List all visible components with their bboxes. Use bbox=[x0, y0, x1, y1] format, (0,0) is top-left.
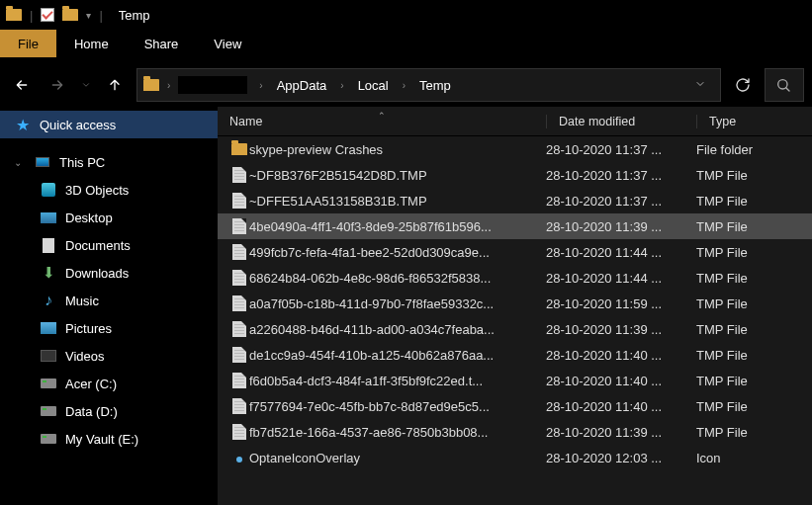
breadcrumb-chevron[interactable]: › bbox=[397, 69, 411, 101]
file-date: 28-10-2020 11:37 ... bbox=[546, 168, 696, 183]
nav-quick-access[interactable]: ★ Quick access bbox=[0, 111, 218, 138]
pc-icon bbox=[34, 157, 51, 167]
file-icon bbox=[232, 424, 246, 440]
sort-indicator-icon: ⌃ bbox=[378, 111, 386, 121]
file-icon bbox=[232, 398, 246, 414]
nav-item[interactable]: Data (D:) bbox=[0, 397, 218, 425]
nav-forward[interactable] bbox=[44, 71, 71, 99]
file-row[interactable]: de1cc9a9-454f-410b-a125-40b62a876aa...28… bbox=[218, 342, 812, 368]
address-dropdown[interactable] bbox=[694, 78, 714, 93]
nav-item-icon: ⬇ bbox=[40, 264, 57, 282]
nav-back[interactable] bbox=[8, 71, 36, 99]
file-row[interactable]: 68624b84-062b-4e8c-98d6-f86532f5838...28… bbox=[218, 265, 812, 291]
qat-overflow[interactable]: ▾ bbox=[86, 10, 91, 21]
nav-item[interactable]: 3D Objects bbox=[0, 176, 218, 204]
file-name: fb7d521e-166a-4537-ae86-7850b3bb08... bbox=[249, 425, 546, 440]
nav-item-icon bbox=[40, 212, 57, 223]
nav-item-icon bbox=[40, 183, 57, 197]
nav-item[interactable]: Videos bbox=[0, 342, 218, 370]
file-date: 28-10-2020 11:44 ... bbox=[546, 271, 696, 286]
file-type: TMP File bbox=[696, 194, 812, 209]
nav-item-label: My Vault (E:) bbox=[65, 432, 138, 447]
folder-icon bbox=[62, 9, 78, 21]
refresh-button[interactable] bbox=[729, 71, 757, 99]
column-type[interactable]: Type bbox=[696, 115, 812, 128]
nav-item-label: Pictures bbox=[65, 321, 112, 336]
search-box[interactable] bbox=[765, 68, 804, 102]
file-row[interactable]: f7577694-7e0c-45fb-bb7c-8d87ed9e5c5...28… bbox=[218, 393, 812, 419]
file-name: de1cc9a9-454f-410b-a125-40b62a876aa... bbox=[249, 348, 546, 363]
tab-view[interactable]: View bbox=[196, 30, 259, 57]
file-icon bbox=[232, 295, 246, 311]
tab-share[interactable]: Share bbox=[127, 30, 197, 57]
nav-item-icon bbox=[40, 434, 57, 444]
file-row[interactable]: OptaneIconOverlay28-10-2020 12:03 ...Ico… bbox=[218, 445, 812, 470]
file-row[interactable]: 4be0490a-4ff1-40f3-8de9-25b87f61b596...2… bbox=[218, 213, 812, 239]
file-name: OptaneIconOverlay bbox=[249, 451, 546, 465]
titlebar: | ▾ | Temp bbox=[0, 0, 812, 30]
file-name: 68624b84-062b-4e8c-98d6-f86532f5838... bbox=[249, 271, 546, 286]
column-headers: ⌃ Name Date modified Type bbox=[218, 107, 812, 136]
breadcrumb-local[interactable]: Local bbox=[352, 69, 395, 101]
nav-item[interactable]: Desktop bbox=[0, 204, 218, 231]
file-row[interactable]: a2260488-b46d-411b-ad00-a034c7feaba...28… bbox=[218, 316, 812, 342]
file-name: a0a7f05b-c18b-411d-97b0-7f8fae59332c... bbox=[249, 296, 546, 311]
file-icon bbox=[232, 167, 246, 183]
file-row[interactable]: 499fcb7c-fefa-4fa1-bee2-52d0d309ca9e...2… bbox=[218, 239, 812, 265]
file-type: TMP File bbox=[696, 219, 812, 234]
file-date: 28-10-2020 11:40 ... bbox=[546, 348, 696, 363]
nav-item[interactable]: ♪Music bbox=[0, 287, 218, 314]
file-row[interactable]: f6d0b5a4-dcf3-484f-a1ff-3f5bf9fc22ed.t..… bbox=[218, 368, 812, 393]
file-date: 28-10-2020 11:37 ... bbox=[546, 142, 696, 157]
nav-item-icon bbox=[40, 238, 57, 253]
folder-icon bbox=[6, 9, 22, 21]
file-name: skype-preview Crashes bbox=[249, 142, 546, 157]
check-icon bbox=[41, 8, 54, 22]
nav-up[interactable] bbox=[101, 71, 129, 99]
file-name: ~DF8B376F2B51542D8D.TMP bbox=[249, 168, 546, 183]
nav-recent-dropdown[interactable] bbox=[79, 71, 93, 99]
nav-item[interactable]: Pictures bbox=[0, 314, 218, 342]
nav-this-pc[interactable]: ⌄ This PC bbox=[0, 148, 218, 176]
divider: | bbox=[99, 8, 102, 23]
icon-glyph bbox=[236, 457, 242, 463]
breadcrumb-temp[interactable]: Temp bbox=[413, 69, 457, 101]
breadcrumb-chevron[interactable]: › bbox=[253, 69, 268, 101]
nav-item[interactable]: ⬇Downloads bbox=[0, 259, 218, 287]
tab-home[interactable]: Home bbox=[56, 30, 127, 57]
nav-item[interactable]: Documents bbox=[0, 231, 218, 259]
breadcrumb-appdata[interactable]: AppData bbox=[271, 69, 333, 101]
breadcrumb-chevron[interactable]: › bbox=[334, 69, 349, 101]
file-row[interactable]: a0a7f05b-c18b-411d-97b0-7f8fae59332c...2… bbox=[218, 291, 812, 316]
breadcrumb-user-redacted[interactable] bbox=[178, 76, 247, 94]
file-date: 28-10-2020 11:39 ... bbox=[546, 322, 696, 337]
nav-item[interactable]: My Vault (E:) bbox=[0, 425, 218, 453]
file-name: 4be0490a-4ff1-40f3-8de9-25b87f61b596... bbox=[249, 219, 546, 234]
nav-label: Quick access bbox=[40, 118, 116, 132]
tab-file[interactable]: File bbox=[0, 30, 56, 57]
file-name: f7577694-7e0c-45fb-bb7c-8d87ed9e5c5... bbox=[249, 399, 546, 414]
file-date: 28-10-2020 11:40 ... bbox=[546, 374, 696, 388]
address-bar[interactable]: › › AppData › Local › Temp bbox=[136, 68, 721, 102]
file-type: TMP File bbox=[696, 374, 812, 388]
nav-item-icon bbox=[40, 379, 57, 388]
ribbon-tabs: File Home Share View bbox=[0, 30, 812, 57]
nav-item-icon bbox=[40, 350, 57, 362]
file-type: TMP File bbox=[696, 425, 812, 440]
nav-item[interactable]: Acer (C:) bbox=[0, 370, 218, 397]
file-row[interactable]: ~DFFE51AA513158B31B.TMP28-10-2020 11:37 … bbox=[218, 188, 812, 213]
folder-icon bbox=[143, 79, 159, 91]
chevron-down-icon: ⌄ bbox=[14, 157, 26, 168]
nav-item-label: Data (D:) bbox=[65, 404, 118, 419]
file-type: File folder bbox=[696, 142, 812, 157]
file-name: ~DFFE51AA513158B31B.TMP bbox=[249, 194, 546, 209]
file-type: TMP File bbox=[696, 296, 812, 311]
column-name[interactable]: ⌃ Name bbox=[218, 115, 546, 128]
star-icon: ★ bbox=[14, 116, 32, 134]
file-row[interactable]: skype-preview Crashes28-10-2020 11:37 ..… bbox=[218, 136, 812, 162]
file-icon bbox=[232, 270, 246, 286]
column-date[interactable]: Date modified bbox=[546, 115, 696, 128]
breadcrumb-root-chevron[interactable]: › bbox=[161, 69, 176, 101]
file-row[interactable]: ~DF8B376F2B51542D8D.TMP28-10-2020 11:37 … bbox=[218, 162, 812, 188]
file-row[interactable]: fb7d521e-166a-4537-ae86-7850b3bb08...28-… bbox=[218, 419, 812, 445]
